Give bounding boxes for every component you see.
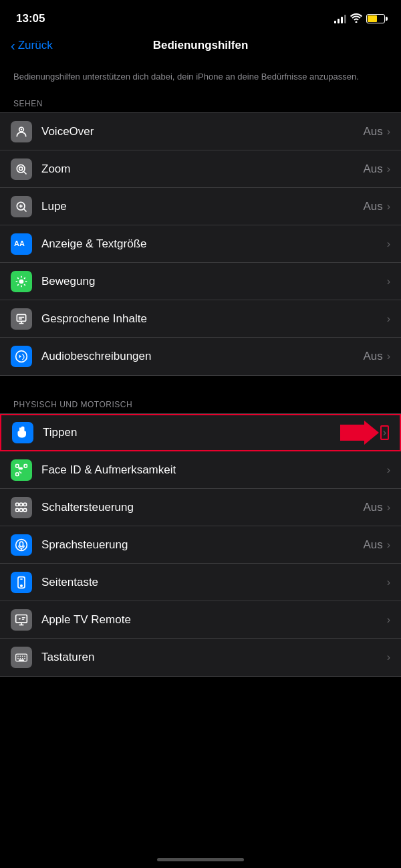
schaltersteuerung-chevron-icon: ›	[387, 502, 390, 514]
voiceover-value: Aus	[363, 125, 382, 138]
list-item-tippen[interactable]: Tippen ›	[0, 414, 401, 451]
svg-rect-23	[16, 503, 19, 506]
sehen-list: VoiceOver Aus › Zoom Aus › Lupe Aus ›	[0, 112, 401, 376]
list-item-appletv[interactable]: Apple TV Remote ›	[0, 601, 401, 639]
lupe-label: Lupe	[41, 200, 363, 213]
gesprochene-icon	[11, 308, 32, 330]
list-item-seitentaste[interactable]: Seitentaste ›	[0, 564, 401, 601]
list-item-anzeige[interactable]: AA Anzeige & Textgröße ›	[0, 225, 401, 263]
list-item-faceid[interactable]: Face ID & Aufmerksamkeit ›	[0, 451, 401, 489]
audiobeschreibungen-chevron-icon: ›	[387, 350, 390, 362]
tastaturen-icon	[11, 647, 32, 668]
list-item-audiobeschreibungen[interactable]: Audiobeschreibungen Aus ›	[0, 338, 401, 375]
tastaturen-chevron-icon: ›	[387, 651, 390, 663]
bewegung-chevron-icon: ›	[387, 276, 390, 288]
section-header-physisch: PHYSISCH UND MOTORISCH	[0, 395, 401, 413]
svg-rect-28	[23, 508, 26, 511]
svg-point-10	[20, 280, 23, 283]
anzeige-chevron-icon: ›	[387, 238, 390, 250]
svg-point-33	[21, 584, 23, 586]
anzeige-label: Anzeige & Textgröße	[41, 237, 387, 251]
faceid-chevron-icon: ›	[387, 464, 390, 476]
lupe-chevron-icon: ›	[387, 201, 390, 213]
home-indicator	[157, 858, 244, 861]
svg-rect-25	[23, 503, 26, 506]
page-title: Bedienungshilfen	[153, 39, 249, 52]
svg-rect-34	[16, 615, 27, 623]
faceid-label: Face ID & Aufmerksamkeit	[41, 463, 387, 477]
svg-rect-18	[16, 464, 19, 467]
description-text: Bedienungshilfen unterstützen dich dabei…	[0, 60, 401, 94]
svg-rect-26	[16, 508, 19, 511]
physisch-list: Tippen › Face ID & Aufmerksamkeit ›	[0, 413, 401, 677]
anzeige-icon: AA	[11, 233, 32, 255]
svg-rect-24	[20, 503, 23, 506]
svg-point-37	[19, 618, 21, 620]
svg-rect-11	[17, 314, 25, 321]
svg-rect-27	[20, 508, 23, 511]
voiceover-label: VoiceOver	[41, 125, 363, 138]
list-item-gesprochene[interactable]: Gesprochene Inhalte ›	[0, 300, 401, 338]
red-arrow-overlay	[340, 419, 380, 446]
zoom-chevron-icon: ›	[387, 163, 390, 175]
faceid-icon	[11, 459, 32, 481]
audiobeschreibungen-value: Aus	[363, 350, 382, 363]
appletv-icon	[11, 609, 32, 631]
list-item-schaltersteuerung[interactable]: Schaltersteuerung Aus ›	[0, 489, 401, 526]
sprachsteuerung-chevron-icon: ›	[387, 539, 390, 551]
list-item-sprachsteuerung[interactable]: Sprachsteuerung Aus ›	[0, 526, 401, 564]
sprachsteuerung-icon	[11, 534, 32, 556]
list-item-bewegung[interactable]: Bewegung ›	[0, 263, 401, 300]
gesprochene-chevron-icon: ›	[387, 313, 390, 325]
audiobeschreibungen-icon	[11, 346, 32, 367]
zoom-icon	[11, 158, 32, 180]
status-bar: 13:05	[0, 0, 401, 33]
battery-icon	[366, 14, 385, 23]
wifi-icon	[350, 13, 362, 25]
list-item-zoom[interactable]: Zoom Aus ›	[0, 150, 401, 188]
schaltersteuerung-value: Aus	[363, 501, 382, 514]
audiobeschreibungen-label: Audiobeschreibungen	[41, 350, 363, 363]
voiceover-chevron-icon: ›	[387, 126, 390, 138]
list-item-voiceover[interactable]: VoiceOver Aus ›	[0, 113, 401, 150]
svg-rect-19	[24, 464, 27, 467]
status-time: 13:05	[16, 12, 45, 25]
back-label: Zurück	[18, 39, 53, 52]
section-header-sehen: SEHEN	[0, 94, 401, 112]
schaltersteuerung-label: Schaltersteuerung	[41, 501, 363, 514]
back-chevron-icon: ‹	[11, 39, 15, 52]
sprachsteuerung-value: Aus	[363, 538, 382, 552]
seitentaste-label: Seitentaste	[41, 576, 387, 589]
nav-bar: ‹ Zurück Bedienungshilfen	[0, 33, 401, 60]
list-item-tastaturen[interactable]: Tastaturen ›	[0, 639, 401, 676]
voiceover-icon	[11, 121, 32, 142]
lupe-icon	[11, 196, 32, 217]
tippen-chevron-icon: ›	[380, 425, 389, 440]
tippen-icon	[12, 422, 33, 443]
schaltersteuerung-icon	[11, 497, 32, 518]
zoom-label: Zoom	[41, 162, 363, 176]
sprachsteuerung-label: Sprachsteuerung	[41, 538, 363, 552]
svg-marker-17	[340, 421, 379, 445]
tippen-label: Tippen	[43, 426, 340, 439]
tastaturen-label: Tastaturen	[41, 651, 387, 664]
bewegung-icon	[11, 271, 32, 292]
signal-icon	[334, 14, 346, 23]
svg-text:AA: AA	[14, 239, 25, 247]
list-item-lupe[interactable]: Lupe Aus ›	[0, 188, 401, 225]
svg-line-4	[24, 171, 27, 174]
svg-point-2	[17, 165, 25, 173]
svg-point-22	[19, 467, 21, 469]
bewegung-label: Bewegung	[41, 275, 387, 288]
svg-point-3	[19, 167, 23, 170]
status-icons	[334, 13, 385, 25]
seitentaste-icon	[11, 572, 32, 593]
gesprochene-label: Gesprochene Inhalte	[41, 312, 387, 326]
zoom-value: Aus	[363, 162, 382, 176]
lupe-value: Aus	[363, 200, 382, 213]
appletv-label: Apple TV Remote	[41, 613, 387, 627]
back-button[interactable]: ‹ Zurück	[11, 39, 53, 52]
appletv-chevron-icon: ›	[387, 614, 390, 626]
svg-point-1	[21, 128, 23, 130]
seitentaste-chevron-icon: ›	[387, 576, 390, 588]
